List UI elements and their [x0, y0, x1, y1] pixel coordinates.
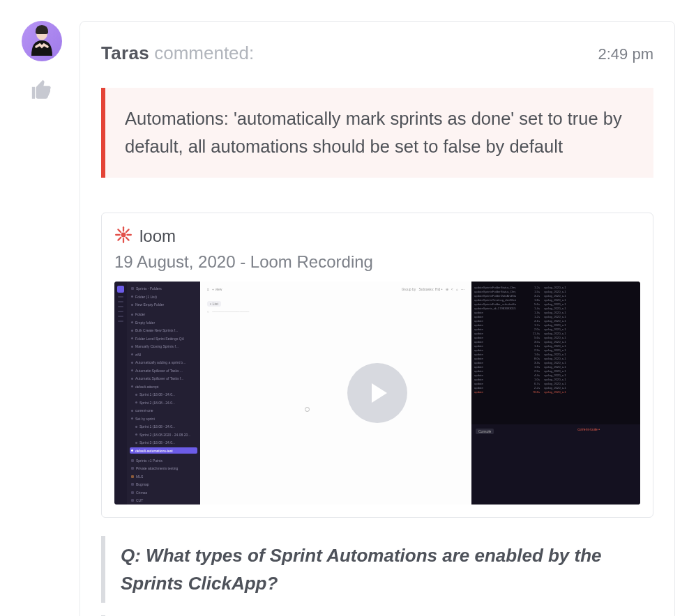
comment-action: commented: [154, 43, 254, 63]
like-button[interactable] [30, 78, 54, 102]
play-button[interactable] [347, 363, 407, 423]
comment-author: Taras [101, 43, 149, 63]
loom-logo-icon [114, 226, 133, 247]
comment-card: Taras commented: 2:49 pm Automations: 'a… [80, 21, 675, 616]
comment-time: 2:49 pm [598, 45, 654, 63]
loom-brand-label: loom [139, 226, 176, 246]
loom-video-title: 19 August, 2020 - Loom Recording [114, 252, 640, 272]
quoted-issue: Automations: 'automatically mark sprints… [101, 88, 653, 178]
avatar[interactable] [22, 21, 62, 61]
loom-embed-card[interactable]: loom 19 August, 2020 - Loom Recording Sp… [101, 213, 653, 518]
qa-question: Q: What types of Sprint Automations are … [101, 536, 653, 603]
loom-video-thumbnail[interactable]: Sprints - Folders Folder (1 List) New Em… [114, 282, 640, 505]
svg-point-1 [121, 232, 126, 237]
